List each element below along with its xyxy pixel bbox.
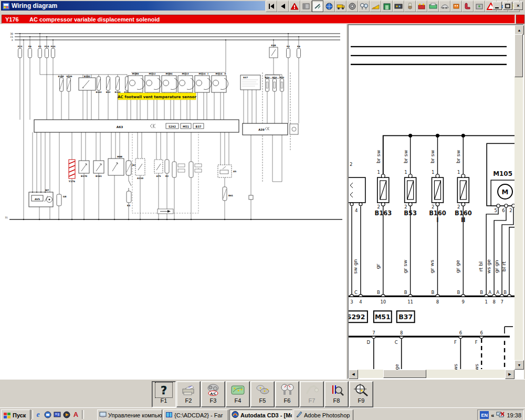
- globe-icon[interactable]: [323, 1, 335, 12]
- component-b24-group[interactable]: B24B24 B34: [265, 75, 285, 91]
- wiring-diagram-overview[interactable]: 30 15 X 31 F23F6 F1F24 F44 F4F6 K48: [0, 24, 346, 379]
- wiring-tool-icon[interactable]: [312, 1, 323, 12]
- first-page-icon[interactable]: [266, 1, 277, 12]
- zoom-component-left-cut[interactable]: 2 4: [349, 162, 365, 213]
- tray-chevron[interactable]: «: [491, 412, 494, 418]
- vertical-scroll-thumb[interactable]: [514, 34, 523, 77]
- zoom-sensors[interactable]: 11 11 22 22 B163 B53 B160 B160 I II: [374, 170, 471, 224]
- component-k48[interactable]: K48: [269, 44, 278, 58]
- svg-text:gr ws: gr ws: [429, 260, 435, 274]
- component-row-resistors[interactable]: B163B53 B160B160: [96, 77, 130, 93]
- ecu-a39[interactable]: A39: [243, 123, 298, 135]
- maximize-button[interactable]: [503, 2, 512, 10]
- component-b170[interactable]: B170: [79, 161, 89, 177]
- truck-icon[interactable]: [335, 1, 346, 12]
- component-a47[interactable]: A47: [240, 75, 260, 90]
- window-panel-icon[interactable]: [300, 1, 312, 12]
- highlight-tooltip: AC footwell vent temperature sensor: [118, 93, 197, 100]
- zoom-connector-1[interactable]: CB BB BB AA B 34 1011 89 18 7: [349, 290, 514, 304]
- ecu-a63[interactable]: A63 S292 M51 B37: [34, 120, 239, 132]
- taskbar-separator: [31, 410, 33, 419]
- top-toolbar: [266, 1, 520, 12]
- scroll-right-button[interactable]: ▶: [505, 370, 514, 379]
- task-photoshop[interactable]: Adobe Photoshop: [293, 410, 353, 420]
- f2-print-button[interactable]: F2: [176, 381, 201, 407]
- scroll-left-button[interactable]: ◀: [349, 370, 358, 379]
- network-offline-icon[interactable]: [496, 411, 505, 419]
- svg-text:K2: K2: [165, 175, 169, 177]
- warning-icon[interactable]: [289, 1, 300, 12]
- close-button[interactable]: ×: [513, 2, 523, 10]
- svg-text:B: B: [432, 290, 435, 295]
- svg-text:B170: B170: [81, 175, 87, 177]
- minimize-button[interactable]: [492, 2, 502, 10]
- start-button[interactable]: Пуск: [1, 410, 30, 420]
- component-y176-selected[interactable]: Y176: [68, 160, 75, 183]
- f6-gauges-button[interactable]: F6: [275, 381, 299, 407]
- seat-icon[interactable]: [462, 1, 474, 12]
- dashboard-icon[interactable]: [393, 1, 404, 12]
- zoom-diagram-svg[interactable]: 2 4: [349, 25, 514, 370]
- component-resistor-pair[interactable]: [172, 162, 202, 177]
- fuse-group[interactable]: F23F6 F1F24 F44 F4F6: [18, 45, 301, 58]
- gauges-icon[interactable]: [358, 1, 370, 12]
- task-far-manager[interactable]: {C:\ADCDA2} - Far: [163, 410, 228, 420]
- mediaplayer-quicklaunch-icon[interactable]: [62, 410, 71, 419]
- sparkplug-icon[interactable]: [404, 1, 416, 12]
- f1-help-button[interactable]: ? F1: [152, 381, 176, 407]
- garage-door-icon[interactable]: [381, 1, 393, 12]
- ramp-icon[interactable]: [370, 1, 381, 12]
- component-g8[interactable]: G8: [57, 194, 66, 206]
- f4-component-location-button[interactable]: F4: [226, 381, 250, 407]
- component-a5[interactable]: A5: [218, 165, 236, 177]
- scroll-up-button[interactable]: ▲: [514, 25, 524, 35]
- horizontal-scrollbar[interactable]: ◀ ▶: [349, 370, 514, 378]
- zoom-component-m105[interactable]: M M105 5 6 2: [487, 143, 514, 213]
- battery-icon[interactable]: [416, 1, 427, 12]
- task-computer-management[interactable]: Управление компьюте...: [97, 410, 162, 420]
- component-b102[interactable]: B102: [79, 75, 96, 91]
- component-m7[interactable]: AVS M7: [29, 189, 53, 207]
- f9-locate-button[interactable]: F9: [349, 381, 373, 407]
- component-b61[interactable]: B61: [223, 187, 233, 201]
- unit-box-icon[interactable]: [474, 1, 485, 12]
- svg-text:A75: A75: [156, 175, 161, 177]
- horizontal-scroll-thumb[interactable]: [383, 370, 426, 378]
- ie-quicklaunch-icon[interactable]: e: [34, 410, 43, 419]
- component-b161[interactable]: B161: [93, 161, 104, 177]
- desktop-quicklaunch-icon[interactable]: [52, 410, 61, 419]
- overview-diagram-svg[interactable]: 30 15 X 31 F23F6 F1F24 F44 F4F6 K48: [0, 24, 346, 379]
- task-autodata-active[interactable]: Autodata CD3 - [Mod...: [229, 410, 292, 420]
- back-icon[interactable]: [277, 1, 289, 12]
- svg-text:F24: F24: [45, 45, 49, 48]
- f3-ac-system-button[interactable]: A/C F3: [201, 381, 225, 407]
- acrobat-quicklaunch-icon[interactable]: A: [71, 410, 80, 419]
- scroll-down-button[interactable]: ▼: [514, 360, 524, 370]
- component-banner[interactable]: Y176 AC compressor variable displacement…: [2, 15, 515, 24]
- svg-text:A5: A5: [233, 170, 236, 173]
- svg-text:B163: B163: [374, 209, 392, 217]
- svg-text:1: 1: [457, 170, 460, 175]
- svg-text:2: 2: [457, 204, 460, 209]
- component-m98[interactable]: M98: [108, 155, 124, 175]
- f8-search-wiring-button[interactable]: F8: [324, 381, 349, 407]
- zoom-tags[interactable]: S292 M51 B37: [349, 311, 415, 322]
- component-b108-b109[interactable]: B108 B109: [58, 75, 72, 92]
- zoom-corner-mark: [505, 327, 513, 333]
- svg-text:B160: B160: [429, 209, 446, 217]
- component-row-motors[interactable]: M186M112 M184M113 M114M114 III: [128, 72, 228, 93]
- f5-parts-button[interactable]: F5: [250, 381, 275, 407]
- zoom-connector-2[interactable]: 78 66 DC FF ge ws ws: [349, 330, 510, 370]
- svg-text:2: 2: [509, 208, 512, 213]
- alert-robot-icon[interactable]: [450, 1, 462, 12]
- wiring-diagram-zoom-panel[interactable]: 2 4: [348, 24, 524, 379]
- component-k3[interactable]: K3: [127, 181, 131, 207]
- vertical-scrollbar[interactable]: ▲ ▼: [514, 25, 523, 370]
- component-a75[interactable]: A75 K2: [154, 160, 169, 177]
- wheel-icon[interactable]: [346, 1, 358, 12]
- outlook-quicklaunch-icon[interactable]: [43, 410, 52, 419]
- car-sketch-icon[interactable]: [439, 1, 450, 12]
- copier-icon[interactable]: [427, 1, 439, 12]
- svg-text:bl rt: bl rt: [501, 261, 507, 272]
- language-indicator[interactable]: EN: [480, 411, 489, 419]
